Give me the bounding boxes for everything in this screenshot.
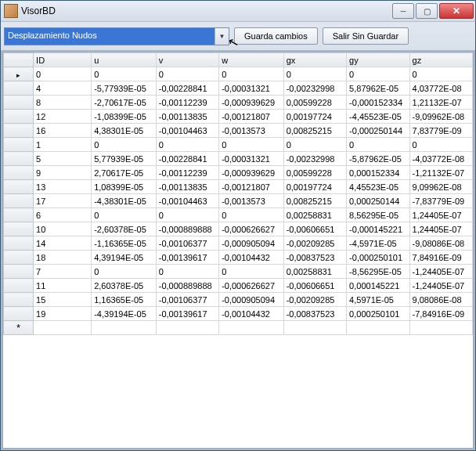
cell-u[interactable]: -1,08399E-05 — [92, 110, 157, 124]
cell-gx[interactable]: -0,00232998 — [283, 152, 346, 166]
chevron-down-icon[interactable]: ▼ — [215, 28, 229, 45]
table-row[interactable]: 12-1,08399E-05-0,00113835-0,001218070,00… — [4, 110, 473, 124]
table-row[interactable]: 55,77939E-05-0,00228841-0,00031321-0,002… — [4, 152, 473, 166]
cell-w[interactable]: -0,00031321 — [219, 81, 284, 96]
cell-u[interactable]: 2,60378E-05 — [92, 279, 157, 293]
cell-gz[interactable]: 9,09962E-08 — [409, 180, 472, 194]
cell-gy[interactable]: -0,000145221 — [347, 222, 409, 236]
cell-gz[interactable]: 0 — [409, 67, 472, 81]
cell-v[interactable]: -0,000889888 — [156, 279, 218, 293]
cell-empty[interactable] — [156, 321, 218, 335]
row-header[interactable] — [4, 265, 34, 279]
cell-id[interactable]: 10 — [34, 222, 92, 236]
cell-gz[interactable]: -1,24405E-07 — [409, 265, 472, 279]
cell-w[interactable]: 0 — [219, 208, 284, 222]
col-header-gz[interactable]: gz — [409, 53, 472, 67]
cell-w[interactable]: -0,000905094 — [219, 236, 284, 251]
cell-v[interactable]: -0,00228841 — [156, 81, 218, 96]
row-header[interactable] — [4, 194, 34, 208]
minimize-button[interactable]: ─ — [392, 3, 414, 19]
cell-gz[interactable]: 0 — [409, 138, 472, 152]
cell-w[interactable]: -0,000626627 — [219, 279, 284, 293]
cell-u[interactable]: 2,70617E-05 — [92, 166, 157, 180]
table-row[interactable]: 164,38301E-05-0,00104463-0,00135730,0082… — [4, 124, 473, 138]
cell-gy[interactable]: 0,000145221 — [347, 279, 409, 293]
cell-gy[interactable]: -4,45523E-05 — [347, 110, 409, 124]
cell-u[interactable]: 0 — [92, 265, 157, 279]
cell-w[interactable]: -0,00031321 — [219, 152, 284, 166]
cell-u[interactable]: 1,16365E-05 — [92, 293, 157, 307]
cell-id[interactable]: 7 — [34, 265, 92, 279]
table-row[interactable]: 8-2,70617E-05-0,00112239-0,0009396290,00… — [4, 96, 473, 110]
row-header[interactable] — [4, 307, 34, 321]
cell-gy[interactable]: -0,000152334 — [347, 96, 409, 110]
col-header-gy[interactable]: gy — [347, 53, 409, 67]
cell-v[interactable]: -0,00113835 — [156, 180, 218, 194]
cell-gz[interactable]: -9,08086E-08 — [409, 236, 472, 251]
row-header[interactable] — [4, 236, 34, 251]
cell-v[interactable]: -0,000889888 — [156, 222, 218, 236]
cell-gy[interactable]: -8,56295E-05 — [347, 265, 409, 279]
table-row[interactable]: 151,16365E-05-0,00106377-0,000905094-0,0… — [4, 293, 473, 307]
row-header[interactable] — [4, 208, 34, 222]
col-header-w[interactable]: w — [219, 53, 284, 67]
new-row[interactable] — [4, 321, 473, 335]
cell-u[interactable]: 0 — [92, 67, 157, 81]
cell-w[interactable]: -0,00104432 — [219, 251, 284, 265]
cell-gy[interactable]: 0 — [347, 138, 409, 152]
cell-empty[interactable] — [219, 321, 284, 335]
table-row[interactable]: 70000,00258831-8,56295E-05-1,24405E-07 — [4, 265, 473, 279]
cell-gz[interactable]: 1,21132E-07 — [409, 96, 472, 110]
cell-w[interactable]: -0,000939629 — [219, 166, 284, 180]
row-header[interactable] — [4, 293, 34, 307]
data-grid[interactable]: ID u v w gx gy gz 00000004-5,77939E-05-0… — [2, 52, 474, 449]
cell-u[interactable]: 5,77939E-05 — [92, 152, 157, 166]
table-row[interactable]: 19-4,39194E-05-0,00139617-0,00104432-0,0… — [4, 307, 473, 321]
cell-gz[interactable]: 4,03772E-08 — [409, 81, 472, 96]
cell-v[interactable]: -0,00112239 — [156, 166, 218, 180]
table-row[interactable]: 112,60378E-05-0,000889888-0,000626627-0,… — [4, 279, 473, 293]
cell-gy[interactable]: 0,000152334 — [347, 166, 409, 180]
cell-w[interactable]: 0 — [219, 138, 284, 152]
cell-gy[interactable]: 4,45523E-05 — [347, 180, 409, 194]
cell-v[interactable]: -0,00228841 — [156, 152, 218, 166]
table-row[interactable]: 14-1,16365E-05-0,00106377-0,000905094-0,… — [4, 236, 473, 251]
cell-id[interactable]: 5 — [34, 152, 92, 166]
cell-gz[interactable]: 1,24405E-07 — [409, 222, 472, 236]
cell-w[interactable]: -0,000626627 — [219, 222, 284, 236]
cell-gy[interactable]: -5,87962E-05 — [347, 152, 409, 166]
table-row[interactable]: 4-5,77939E-05-0,00228841-0,00031321-0,00… — [4, 81, 473, 96]
cell-gx[interactable]: 0,00825215 — [283, 194, 346, 208]
cell-id[interactable]: 19 — [34, 307, 92, 321]
cell-gy[interactable]: 0,000250144 — [347, 194, 409, 208]
row-header[interactable] — [4, 180, 34, 194]
table-row[interactable]: 184,39194E-05-0,00139617-0,00104432-0,00… — [4, 251, 473, 265]
row-header[interactable] — [4, 81, 34, 96]
cell-v[interactable]: -0,00139617 — [156, 307, 218, 321]
cell-v[interactable]: -0,00104463 — [156, 194, 218, 208]
cell-gy[interactable]: 4,5971E-05 — [347, 293, 409, 307]
cell-gx[interactable]: 0,00197724 — [283, 180, 346, 194]
cell-u[interactable]: -4,38301E-05 — [92, 194, 157, 208]
cell-w[interactable]: -0,0013573 — [219, 124, 284, 138]
cell-v[interactable]: -0,00106377 — [156, 236, 218, 251]
cell-gx[interactable]: 0,00599228 — [283, 96, 346, 110]
cell-gx[interactable]: 0,00258831 — [283, 265, 346, 279]
col-header-id[interactable]: ID — [34, 53, 92, 67]
cell-w[interactable]: 0 — [219, 67, 284, 81]
cell-id[interactable]: 9 — [34, 166, 92, 180]
cell-w[interactable]: -0,00104432 — [219, 307, 284, 321]
cell-w[interactable]: -0,00121807 — [219, 180, 284, 194]
row-header[interactable] — [4, 279, 34, 293]
table-row[interactable]: 1000000 — [4, 138, 473, 152]
cell-gx[interactable]: 0,00197724 — [283, 110, 346, 124]
cell-gx[interactable]: -0,00837523 — [283, 251, 346, 265]
row-header[interactable] — [4, 96, 34, 110]
cell-gy[interactable]: -0,000250144 — [347, 124, 409, 138]
corner-cell[interactable] — [4, 53, 34, 67]
cell-w[interactable]: -0,00121807 — [219, 110, 284, 124]
cell-w[interactable]: -0,0013573 — [219, 194, 284, 208]
row-header-new[interactable] — [4, 321, 34, 335]
table-select-combo[interactable]: Desplazamiento Nudos ▼ — [4, 27, 229, 45]
cell-gx[interactable]: -0,00209285 — [283, 236, 346, 251]
